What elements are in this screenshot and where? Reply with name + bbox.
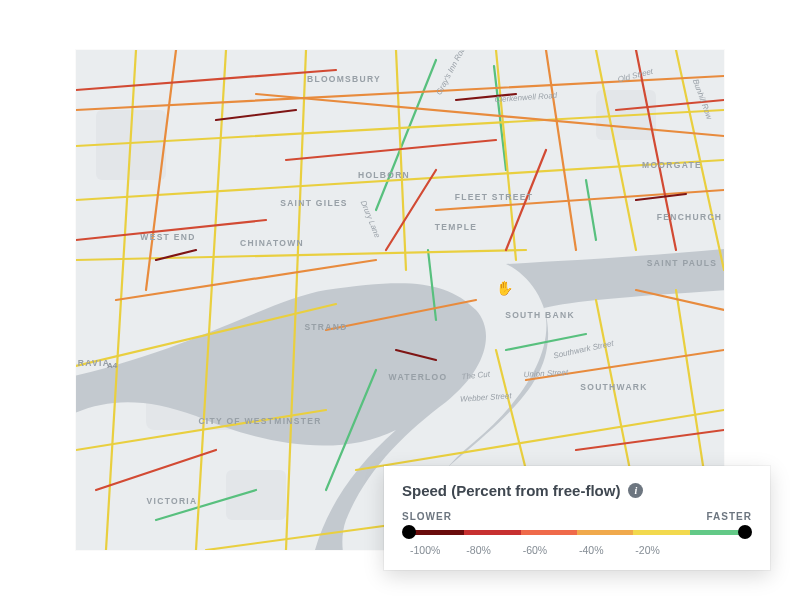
- district-label: SOUTHWARK: [580, 382, 647, 392]
- legend-tick: -80%: [464, 544, 520, 556]
- district-label: WEST END: [140, 232, 195, 242]
- legend-slower-label: SLOWER: [402, 511, 452, 522]
- legend-ticks: -100%-80%-60%-40%-20%: [402, 544, 752, 556]
- legend-color-segment: [464, 530, 520, 535]
- street-label: Clerkenwell Road: [494, 91, 558, 104]
- district-label: SAINT PAULS: [647, 258, 717, 268]
- street-label: The Cut: [461, 369, 491, 381]
- legend-color-segment: [521, 530, 577, 535]
- district-label: TEMPLE: [435, 222, 477, 232]
- legend-title: Speed (Percent from free-flow): [402, 482, 620, 499]
- district-label: SOUTH BANK: [505, 310, 575, 320]
- district-label: CITY OF WESTMINSTER: [198, 416, 321, 426]
- svg-rect-2: [226, 470, 286, 520]
- street-label: Bunhill Row: [691, 78, 714, 122]
- legend-faster-label: FASTER: [707, 511, 752, 522]
- district-label: VICTORIA: [147, 496, 198, 506]
- slider-handle-min[interactable]: [402, 525, 416, 539]
- district-label: SAINT GILES: [280, 198, 348, 208]
- district-label: GRAVIA: [76, 358, 110, 368]
- district-label: HOLBORN: [358, 170, 410, 180]
- district-label: WATERLOO: [389, 372, 448, 382]
- district-label: STRAND: [304, 322, 347, 332]
- legend-color-segment: [577, 530, 633, 535]
- speed-legend: Speed (Percent from free-flow) i SLOWER …: [384, 466, 770, 570]
- district-label: FLEET STREET: [455, 192, 533, 202]
- legend-tick: -60%: [521, 544, 577, 556]
- legend-color-segment: [633, 530, 689, 535]
- legend-tick: -20%: [633, 544, 689, 556]
- street-label: Union Street: [523, 368, 569, 379]
- legend-tick: -100%: [408, 544, 464, 556]
- slider-handle-max[interactable]: [738, 525, 752, 539]
- street-label: Webber Street: [460, 391, 513, 404]
- legend-color-segment: [408, 530, 464, 535]
- district-label: MOORGATE: [642, 160, 702, 170]
- district-label: CHINATOWN: [240, 238, 304, 248]
- legend-slider[interactable]: [402, 526, 752, 538]
- district-label: FENCHURCH STREET: [657, 212, 724, 222]
- info-icon[interactable]: i: [628, 483, 643, 498]
- road-shield-label: A4: [107, 361, 118, 370]
- district-label: BLOOMSBURY: [307, 74, 381, 84]
- legend-tick: -40%: [577, 544, 633, 556]
